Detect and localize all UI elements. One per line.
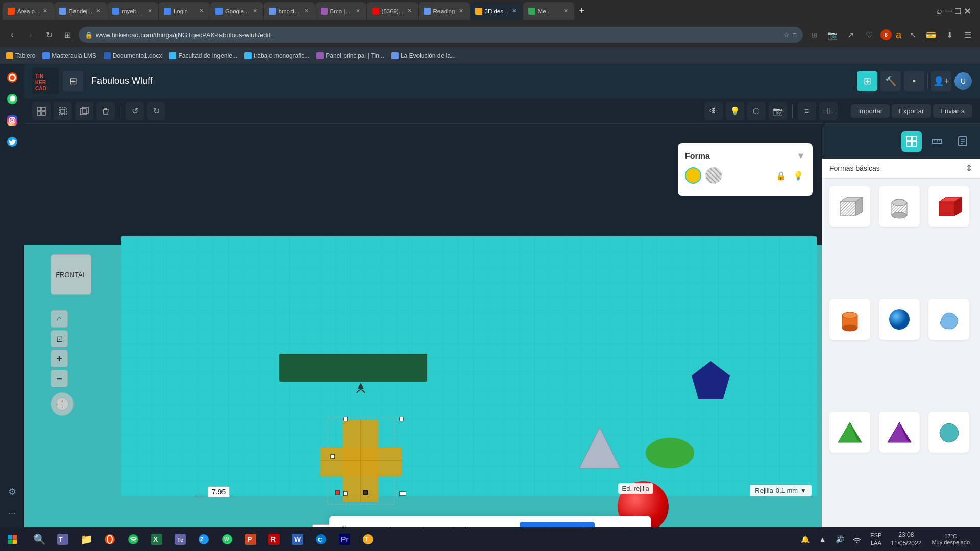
panel-notes-icon[interactable] [952,131,973,152]
taskbar-spotify-icon[interactable] [122,528,144,550]
shape-gray-cylinder[interactable] [879,186,920,227]
reload-button[interactable]: ↻ [42,28,56,42]
tab-close-area[interactable]: ✕ [42,7,48,15]
taskbar-network-icon[interactable] [849,531,865,547]
import-button[interactable]: Importar [851,104,890,118]
shape-blue-sphere[interactable] [879,299,920,340]
shape-green-pyramid[interactable] [829,412,870,453]
shapes-dropdown-button[interactable]: ⇕ [965,163,973,174]
bookmark-documento[interactable]: Documento1.docx [104,52,162,59]
screenshot-button[interactable]: 📷 [825,28,840,42]
bookmark-evolucion[interactable]: La Evolución de la... [391,52,456,59]
search-icon[interactable]: ⌕ [937,6,942,16]
amazon-icon[interactable]: a [896,29,901,41]
menu-button[interactable]: ☰ [961,28,975,42]
selection-handle-tl[interactable] [343,417,348,421]
selection-handle-ml[interactable] [330,454,335,459]
tab-area[interactable]: Área p... ✕ [3,2,54,20]
maximize-button[interactable]: □ [955,6,961,16]
user-avatar[interactable]: U [954,72,972,90]
favorites-button[interactable]: ♡ [862,28,876,42]
tab-meet[interactable]: Me... ✕ [523,2,574,20]
fit-view-button[interactable]: ⊡ [51,330,68,347]
shape-purple-pyramid[interactable] [879,412,920,453]
sidebar-twitter-icon[interactable] [3,132,22,152]
undo-button[interactable]: ↺ [126,102,144,120]
tab-close-bandej[interactable]: ✕ [95,7,102,15]
taskbar-teams-icon[interactable]: T [52,528,74,550]
taskbar-powerpoint-icon[interactable]: P [239,528,262,550]
shape-teal-rounded[interactable] [928,412,969,453]
selection-handle-tr[interactable] [399,417,404,421]
tab-bandej[interactable]: Bandej... ✕ [54,2,106,20]
export-button[interactable]: Exportar [892,104,931,118]
bookmark-masteraula[interactable]: Masteraula LMS [42,52,96,59]
taskbar-opera-icon[interactable] [99,528,121,550]
mirror-button[interactable]: ⊣⊢ [819,102,838,120]
panel-grid-icon[interactable] [901,131,922,152]
add-person-button[interactable]: 👤+ [931,71,951,91]
back-button[interactable]: ‹ [5,28,19,42]
tab-bmo-ti[interactable]: bmo ti... ✕ [264,2,315,20]
start-button[interactable] [0,527,24,551]
redo-button[interactable]: ↻ [147,102,165,120]
view-grid-button[interactable]: ⊞ [63,71,83,91]
shape-red-box[interactable] [928,186,969,227]
green-cylinder-shape[interactable] [646,438,694,468]
forma-expand-icon[interactable]: ▼ [796,151,805,161]
tab-close-login[interactable]: ✕ [198,7,205,15]
tab-google[interactable]: Google... ✕ [210,2,263,20]
taskbar-word-icon[interactable]: W [286,528,309,550]
weather-widget[interactable]: 17°C Muy despejado [927,533,974,545]
bookmark-panel[interactable]: Panel principal | Tin... [316,52,384,59]
group-button[interactable] [32,102,51,120]
taskbar-file-explorer-icon[interactable]: 📁 [75,528,97,550]
selection-handle-bl[interactable] [343,491,348,496]
tab-myelt[interactable]: myelt... ✕ [107,2,158,20]
forma-lock-button[interactable]: 🔒 [774,168,788,183]
share-button[interactable]: Enviar a [933,104,972,118]
sidebar-whatsapp-icon[interactable] [3,89,22,109]
tab-close-meet[interactable]: ✕ [562,7,569,15]
cursor-icon[interactable]: ↖ [905,28,920,42]
shape-blue-irregular[interactable] [928,299,969,340]
new-tab-button[interactable]: + [575,4,589,18]
taskbar-volume-icon[interactable]: 🔊 [831,531,848,547]
sidebar-instagram-icon[interactable] [3,111,22,130]
tab-bmo-main[interactable]: Bmo |... ✕ [315,2,366,20]
address-bar[interactable]: 🔒 www.tinkercad.com/things/ijNGTqecPAK-f… [79,27,803,43]
selection-handle-dark[interactable] [363,490,368,495]
build-button[interactable]: 🔨 [880,71,901,91]
gray-triangle-shape[interactable] [577,425,623,471]
grid-dropdown-icon[interactable]: ▼ [800,487,806,494]
bookmark-trabajo[interactable]: trabajo monografic... [244,52,309,59]
taskbar-zoom-icon[interactable]: Z [192,528,215,550]
extensions-button[interactable]: ⊞ [807,28,821,42]
bookmark-facultad[interactable]: Facultad de Ingenie... [169,52,237,59]
taskbar-search-icon[interactable]: 🔍 [28,528,51,550]
tab-login[interactable]: Login ✕ [159,2,210,20]
tab-youtube[interactable]: (8369)... ✕ [367,2,418,20]
camera-button[interactable]: 👁 [704,102,723,120]
tab-close-myelt[interactable]: ✕ [146,7,153,15]
tab-close-bmo-ti[interactable]: ✕ [303,7,310,15]
selection-handle-mr[interactable] [402,491,406,496]
light-off-button[interactable]: 💡 [726,102,744,120]
taskbar-ms-teams-icon[interactable]: Te [169,528,191,550]
share-button[interactable]: ↗ [844,28,858,42]
shape-outline-button[interactable]: ⬡ [747,102,766,120]
taskbar-reading-icon[interactable]: R [263,528,285,550]
frontal-view-button[interactable]: FRONTAL [51,254,91,295]
tab-tinkercad[interactable]: 3D des... ✕ [470,2,523,20]
tab-close-bmo-main[interactable]: ✕ [355,7,361,15]
tab-close-google[interactable]: ✕ [252,7,258,15]
close-button[interactable]: ✕ [964,6,971,17]
bookmark-tablero[interactable]: Tablero [6,52,35,59]
sidebar-opera-icon[interactable] [3,68,22,87]
shape-orange-cylinder[interactable] [829,299,870,340]
wallet-icon[interactable]: 💳 [924,28,938,42]
bookmark-icon[interactable]: ☆ [783,31,790,39]
align-button[interactable]: ≡ [798,102,816,120]
ungroup-button[interactable] [54,102,72,120]
minimize-button[interactable]: ─ [945,6,952,16]
